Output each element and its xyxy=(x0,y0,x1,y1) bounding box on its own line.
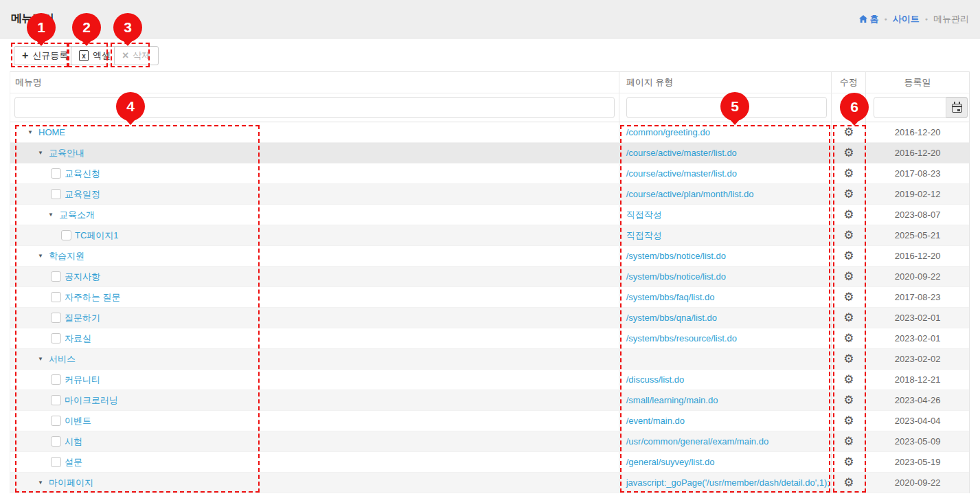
close-icon: × xyxy=(122,50,128,61)
gear-icon[interactable]: ⚙ xyxy=(843,477,854,488)
page-type-link[interactable]: /common/greeting.do xyxy=(626,127,710,137)
tree-collapse-icon[interactable]: ▼ xyxy=(38,357,44,362)
menu-name-link[interactable]: 자료실 xyxy=(65,332,91,345)
edit-cell: ⚙ xyxy=(832,184,866,204)
menu-name-link[interactable]: 교육안내 xyxy=(49,147,84,159)
menu-name-link[interactable]: 시험 xyxy=(65,436,82,448)
page-type-link[interactable]: 직접작성 xyxy=(626,209,662,221)
page-type-link[interactable]: /discuss/list.do xyxy=(626,374,685,385)
page-type-link[interactable]: /small/learning/main.do xyxy=(626,395,718,405)
gear-icon[interactable]: ⚙ xyxy=(843,126,854,138)
row-checkbox[interactable] xyxy=(51,313,61,323)
tree-collapse-icon[interactable]: ▼ xyxy=(27,130,34,135)
gear-icon[interactable]: ⚙ xyxy=(843,332,854,344)
reg-date-value: 2023-08-07 xyxy=(895,210,941,220)
gear-icon[interactable]: ⚙ xyxy=(843,188,854,200)
row-checkbox[interactable] xyxy=(61,230,71,240)
menu-tree-cell: 자주하는 질문 xyxy=(10,287,619,307)
page-type-link[interactable]: /system/bbs/faq/list.do xyxy=(626,292,715,302)
row-checkbox[interactable] xyxy=(51,416,61,426)
menu-name-link[interactable]: 이벤트 xyxy=(65,415,91,427)
reg-date-cell: 2017-08-23 xyxy=(866,287,969,307)
menu-tree-cell: ▼교육안내 xyxy=(10,143,619,163)
row-checkbox[interactable] xyxy=(51,457,61,467)
breadcrumb-home[interactable]: 홈 xyxy=(859,13,879,25)
gear-icon[interactable]: ⚙ xyxy=(843,312,854,324)
page-type-cell: 직접작성 xyxy=(619,225,832,245)
menu-name-link[interactable]: 교육신청 xyxy=(65,168,100,180)
edit-cell: ⚙ xyxy=(832,246,866,266)
reg-date-cell: 2016-12-20 xyxy=(866,122,969,142)
annotation-badge-1: 1 xyxy=(27,13,56,42)
gear-icon[interactable]: ⚙ xyxy=(843,250,854,262)
page-type-link[interactable]: /course/active/master/list.do xyxy=(626,168,737,179)
gear-icon[interactable]: ⚙ xyxy=(843,353,854,365)
edit-cell: ⚙ xyxy=(832,164,866,183)
menu-name-filter-input[interactable] xyxy=(14,97,615,118)
gear-icon[interactable]: ⚙ xyxy=(843,394,854,406)
gear-icon[interactable]: ⚙ xyxy=(843,229,854,241)
menu-name-link[interactable]: 교육일정 xyxy=(65,188,100,201)
row-checkbox[interactable] xyxy=(51,168,61,179)
menu-name-link[interactable]: 커뮤니티 xyxy=(65,374,100,386)
table-row: 교육신청/course/active/master/list.do⚙2017-0… xyxy=(10,164,969,184)
breadcrumb-site[interactable]: 사이트 xyxy=(893,13,920,25)
calendar-button[interactable] xyxy=(946,97,968,118)
menu-name-link[interactable]: 질문하기 xyxy=(65,312,100,324)
page-type-cell: /system/bbs/faq/list.do xyxy=(619,287,832,307)
menu-name-link[interactable]: 자주하는 질문 xyxy=(65,291,121,304)
page-type-link[interactable]: /system/bbs/resource/list.do xyxy=(626,333,737,343)
page-type-link[interactable]: /general/suyvey/list.do xyxy=(626,457,715,467)
tree-collapse-icon[interactable]: ▼ xyxy=(38,150,44,156)
reg-date-cell: 2023-04-04 xyxy=(866,411,969,431)
reg-date-cell: 2016-12-20 xyxy=(866,143,969,163)
row-checkbox[interactable] xyxy=(51,333,61,343)
menu-name-link[interactable]: TC페이지1 xyxy=(75,229,119,242)
row-checkbox[interactable] xyxy=(51,292,61,302)
page-type-link[interactable]: /system/bbs/notice/list.do xyxy=(626,271,726,282)
page-type-link[interactable]: /usr/common/general/exam/main.do xyxy=(626,436,768,447)
excel-button[interactable]: x 엑셀 xyxy=(71,46,119,65)
menu-name-link[interactable]: 서비스 xyxy=(49,353,76,365)
tree-collapse-icon[interactable]: ▼ xyxy=(38,253,44,259)
page-type-link[interactable]: /event/main.do xyxy=(626,416,685,426)
gear-icon[interactable]: ⚙ xyxy=(843,147,854,159)
menu-name-link[interactable]: 마이크로러닝 xyxy=(65,394,118,407)
row-checkbox[interactable] xyxy=(51,189,61,199)
page-type-cell: /usr/common/general/exam/main.do xyxy=(619,431,832,451)
row-checkbox[interactable] xyxy=(51,271,61,282)
reg-date-value: 2023-02-01 xyxy=(895,313,941,323)
page-type-link[interactable]: /system/bbs/notice/list.do xyxy=(626,251,726,261)
new-register-button[interactable]: + 신규등록 xyxy=(14,46,76,65)
menu-name-link[interactable]: 마이페이지 xyxy=(49,477,93,489)
gear-icon[interactable]: ⚙ xyxy=(843,291,854,303)
row-checkbox[interactable] xyxy=(51,374,61,385)
tree-collapse-icon[interactable]: ▼ xyxy=(48,212,54,218)
row-checkbox[interactable] xyxy=(51,436,61,447)
page-type-cell: javascript:_goPage('/usr/member/dash/det… xyxy=(619,473,832,493)
tree-collapse-icon[interactable]: ▼ xyxy=(38,480,44,486)
gear-icon[interactable]: ⚙ xyxy=(843,271,854,282)
gear-icon[interactable]: ⚙ xyxy=(843,415,854,427)
gear-icon[interactable]: ⚙ xyxy=(843,374,854,385)
reg-date-cell: 2020-09-22 xyxy=(866,267,969,286)
menu-name-link[interactable]: 학습지원 xyxy=(49,250,84,262)
menu-name-link[interactable]: 공지사항 xyxy=(65,271,100,283)
gear-icon[interactable]: ⚙ xyxy=(843,456,854,468)
menu-tree-cell: 설문 xyxy=(10,452,619,472)
delete-button[interactable]: × 삭제 xyxy=(114,46,159,65)
gear-icon[interactable]: ⚙ xyxy=(843,168,854,179)
page-type-link[interactable]: /system/bbs/qna/list.do xyxy=(626,313,717,323)
menu-name-link[interactable]: 설문 xyxy=(65,456,82,469)
reg-date-value: 2023-05-09 xyxy=(895,436,941,447)
row-checkbox[interactable] xyxy=(51,395,61,405)
page-type-link[interactable]: /course/active/plan/month/list.do xyxy=(626,189,754,199)
menu-name-link[interactable]: 교육소개 xyxy=(59,209,95,221)
menu-name-link[interactable]: HOME xyxy=(38,127,65,137)
gear-icon[interactable]: ⚙ xyxy=(843,436,854,447)
page-type-link[interactable]: 직접작성 xyxy=(626,229,662,242)
page-type-link[interactable]: javascript:_goPage('/usr/member/dash/det… xyxy=(626,477,830,488)
page-type-link[interactable]: /course/active/master/list.do xyxy=(626,148,737,158)
reg-date-filter-input[interactable] xyxy=(874,97,946,118)
gear-icon[interactable]: ⚙ xyxy=(843,209,854,221)
